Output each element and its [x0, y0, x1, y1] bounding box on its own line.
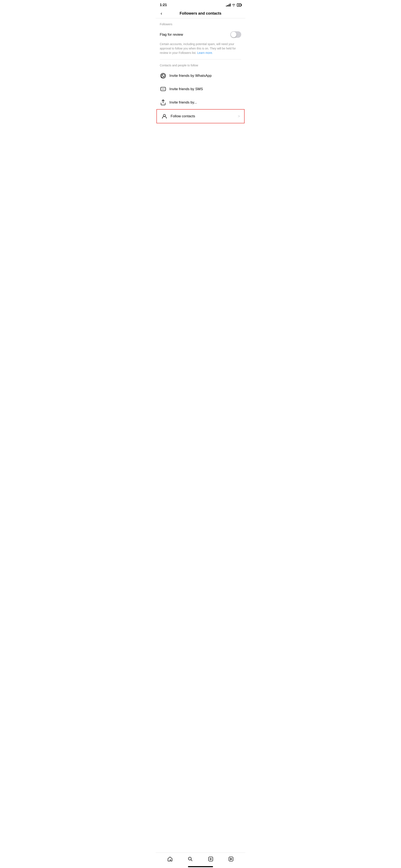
nav-create[interactable]	[205, 855, 216, 863]
status-bar: 1:21 40	[155, 0, 246, 9]
followers-section: Followers Flag for review Certain accoun…	[155, 19, 246, 59]
battery-icon: 40	[237, 3, 241, 7]
status-time: 1:21	[160, 3, 167, 7]
share-icon	[160, 99, 167, 106]
invite-other-label: Invite friends by...	[169, 100, 241, 104]
invite-other-row[interactable]: Invite friends by...	[155, 96, 246, 109]
back-button[interactable]: ‹	[159, 10, 164, 17]
bottom-nav	[155, 852, 246, 864]
nav-search[interactable]	[185, 855, 196, 863]
flag-for-review-row: Flag for review	[155, 28, 246, 41]
nav-reels[interactable]	[226, 855, 236, 863]
svg-point-4	[164, 89, 165, 89]
signal-bars-icon	[226, 4, 231, 6]
followers-section-label: Followers	[155, 19, 246, 28]
person-icon	[161, 113, 168, 120]
follow-contacts-chevron-icon: >	[238, 114, 240, 119]
home-icon	[167, 856, 173, 862]
home-indicator-bar	[188, 866, 213, 867]
contacts-section-label: Contacts and people to follow	[155, 60, 246, 69]
invite-whatsapp-row[interactable]: Invite friends by WhatsApp	[155, 69, 246, 83]
search-icon	[187, 856, 193, 862]
svg-point-3	[163, 89, 164, 89]
svg-marker-10	[230, 858, 232, 860]
flag-for-review-description: Certain accounts, including potential sp…	[155, 41, 246, 59]
svg-point-2	[162, 89, 163, 89]
content: Followers Flag for review Certain accoun…	[155, 19, 246, 488]
create-icon	[208, 856, 214, 862]
toggle-knob	[231, 32, 236, 37]
learn-more-link[interactable]: Learn more.	[197, 51, 213, 55]
page-title: Followers and contacts	[180, 11, 221, 16]
svg-rect-9	[229, 857, 233, 861]
invite-sms-row[interactable]: Invite friends by SMS	[155, 83, 246, 96]
invite-whatsapp-label: Invite friends by WhatsApp	[169, 74, 241, 78]
flag-for-review-toggle[interactable]	[230, 31, 241, 38]
home-indicator	[155, 864, 246, 868]
follow-contacts-label: Follow contacts	[171, 114, 238, 118]
whatsapp-icon	[160, 72, 167, 79]
wifi-icon	[232, 4, 236, 6]
svg-point-6	[163, 114, 165, 117]
follow-contacts-row[interactable]: Follow contacts >	[156, 109, 245, 123]
nav-home[interactable]	[165, 855, 175, 863]
header: ‹ Followers and contacts	[155, 9, 246, 19]
contacts-section: Contacts and people to follow Invite fri…	[155, 60, 246, 123]
reels-icon	[228, 856, 234, 862]
flag-for-review-label: Flag for review	[160, 33, 183, 37]
content-spacer	[155, 488, 246, 852]
sms-icon	[160, 86, 167, 92]
status-icons: 40	[226, 3, 241, 7]
invite-sms-label: Invite friends by SMS	[169, 87, 241, 91]
